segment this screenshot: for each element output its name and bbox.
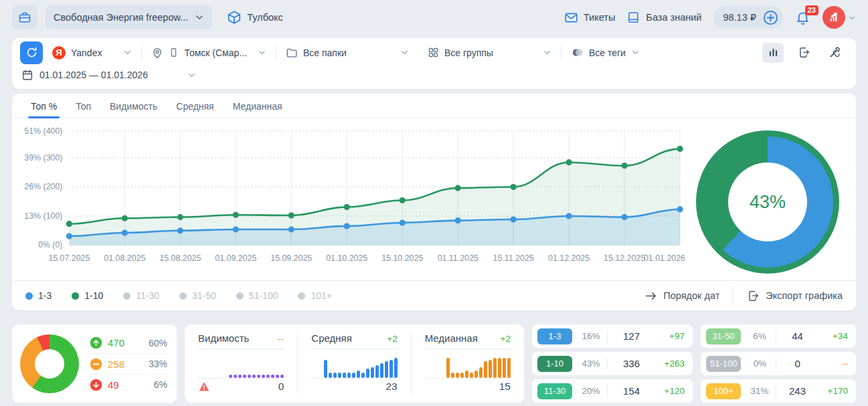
project-selector[interactable]: Свободная Энергия freepow... (46, 5, 212, 29)
plus-circle-icon[interactable] (762, 9, 779, 26)
down-share: 6% (154, 379, 167, 390)
search-engine-label: Yandex (71, 47, 102, 58)
notifications-badge: 23 (805, 5, 818, 15)
tickets-button[interactable]: Тикеты (564, 11, 615, 25)
caret-down-icon[interactable] (849, 14, 856, 21)
knowledge-base-button[interactable]: База знаний (627, 11, 701, 24)
position-delta: +263 (655, 359, 685, 369)
up-share: 60% (149, 338, 167, 348)
folders-label: Все папки (303, 47, 347, 58)
tags-selector[interactable]: Все теги (561, 46, 649, 59)
arrow-down-circle-icon (90, 379, 102, 391)
search-engine-selector[interactable]: Я Yandex (43, 46, 141, 60)
chevron-down-icon (123, 48, 132, 57)
legend-item-1-3[interactable]: 1-3 (25, 290, 52, 301)
envelope-icon (564, 11, 578, 25)
avatar[interactable] (822, 6, 845, 29)
average-sparkline (311, 350, 397, 379)
filters-panel: Я Yandex Томск (Смар... Все папки Все гр… (12, 38, 856, 89)
positions-column-left: 1-3 16% 127 +97 1-10 43% 336 +263 11-30 … (532, 324, 693, 403)
legend-item-1-10[interactable]: 1-10 (72, 290, 103, 301)
position-row-1-3[interactable]: 1-3 16% 127 +97 (532, 324, 693, 348)
visibility-delta: -- (278, 334, 284, 344)
median-metric[interactable]: Медианная +2 15 (411, 331, 524, 396)
settings-tools-button[interactable] (824, 43, 845, 63)
export-chart-button[interactable]: Экспорт графика (747, 290, 843, 302)
dynamics-row-up: 470 60% (90, 332, 167, 353)
average-delta: +2 (387, 334, 397, 344)
position-row-11-30[interactable]: 11-30 20% 154 +120 (532, 379, 693, 403)
region-selector[interactable]: Томск (Смар... (142, 47, 276, 59)
position-share: 16% (575, 331, 607, 341)
visibility-sparkline (198, 350, 284, 379)
position-row-51-100[interactable]: 51-100 0% 0 -- (701, 352, 856, 375)
position-row-1-10[interactable]: 1-10 43% 336 +263 (532, 352, 693, 375)
position-count: 154 (608, 385, 655, 397)
groups-selector[interactable]: Все группы (418, 47, 561, 58)
tags-icon (571, 46, 584, 59)
cube-icon (227, 10, 242, 25)
legend-item-11-30[interactable]: 11-30 (123, 290, 159, 301)
donut-center-value: 43% (750, 192, 786, 213)
position-count: 336 (608, 358, 655, 369)
dynamics-row-down: 49 6% (90, 374, 167, 395)
date-range-selector[interactable]: 01.01.2025 — 01.01.2026 (12, 67, 856, 89)
legend-item-101plus[interactable]: 101+ (298, 290, 332, 301)
refresh-button[interactable] (20, 41, 43, 64)
positions-line-chart[interactable]: 0% (0)13% (100)26% (200)39% (300)51% (40… (17, 122, 685, 278)
minus-circle-icon (90, 358, 102, 371)
median-sparkline (425, 350, 511, 379)
average-metric[interactable]: Средняя +2 23 (297, 331, 410, 396)
position-share: 43% (575, 359, 607, 369)
positions-column-right: 31-50 6% 44 +34 51-100 0% 0 -- 100+ 31% … (701, 324, 856, 403)
tab-top[interactable]: Топ (66, 94, 100, 118)
legend-dot (236, 292, 244, 300)
legend-item-51-100[interactable]: 51-100 (236, 290, 278, 301)
svg-text:39% (300): 39% (300) (24, 153, 62, 163)
folders-selector[interactable]: Все папки (276, 47, 418, 59)
groups-label: Все группы (444, 47, 493, 58)
yandex-logo-icon: Я (52, 46, 66, 60)
dynamics-summary-card[interactable]: 470 60% 258 33% 49 6% (12, 324, 177, 403)
tab-top-percent[interactable]: Топ % (21, 94, 66, 118)
median-value: 15 (499, 381, 511, 393)
visibility-metric[interactable]: Видимость -- 0 (185, 331, 297, 396)
tab-visibility[interactable]: Видимость (100, 94, 167, 118)
visibility-value: 0 (278, 381, 284, 393)
same-count: 258 (108, 359, 136, 370)
growth-chart-icon (828, 11, 840, 23)
chart-view-button[interactable] (762, 43, 784, 63)
down-count: 49 (108, 379, 136, 391)
position-badge: 100+ (706, 383, 741, 399)
tools-icon (829, 46, 841, 59)
location-pin-icon (151, 47, 163, 59)
svg-text:01.08.2025: 01.08.2025 (104, 253, 145, 263)
svg-text:15.07.2025: 15.07.2025 (48, 253, 90, 263)
toolbox-button[interactable]: Тулбокс (227, 10, 283, 25)
svg-text:0% (0): 0% (0) (38, 240, 63, 249)
position-count: 127 (608, 330, 655, 342)
tags-label: Все теги (589, 47, 626, 58)
position-row-31-50[interactable]: 31-50 6% 44 +34 (701, 324, 856, 348)
date-order-button[interactable]: Порядок дат (644, 290, 719, 302)
tab-average[interactable]: Средняя (167, 94, 223, 118)
date-order-label: Порядок дат (663, 290, 719, 301)
tickets-label: Тикеты (584, 12, 615, 23)
notifications-button[interactable]: 23 (795, 10, 810, 25)
balance-pill[interactable]: 98.13 ₽ (713, 6, 783, 29)
svg-text:13% (100): 13% (100) (24, 211, 62, 221)
legend-item-31-50[interactable]: 31-50 (179, 290, 216, 301)
top10-donut-chart: 43% (696, 130, 839, 274)
position-row-100plus[interactable]: 100+ 31% 243 +170 (701, 379, 856, 403)
position-count: 0 (776, 358, 818, 369)
legend-dot (179, 292, 187, 300)
legend-dot (72, 292, 79, 300)
export-button[interactable] (793, 43, 814, 63)
position-badge: 31-50 (706, 328, 741, 344)
position-delta: -- (818, 359, 848, 369)
projects-button[interactable] (12, 5, 37, 29)
toolbox-label: Тулбокс (247, 12, 283, 23)
tab-median[interactable]: Медианная (224, 94, 292, 118)
position-share: 6% (744, 331, 776, 341)
chevron-down-icon (258, 48, 266, 57)
